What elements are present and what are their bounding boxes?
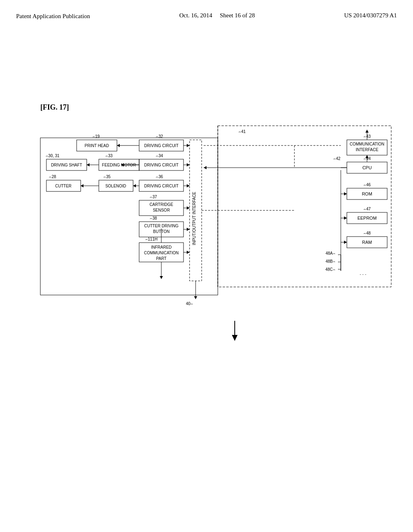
svg-marker-64: [187, 163, 190, 166]
svg-text:⌢33: ⌢33: [105, 154, 113, 158]
page-container: Patent Application Publication Oct. 16, …: [0, 0, 413, 532]
svg-marker-66: [187, 184, 190, 187]
svg-text:⌢32: ⌢32: [156, 134, 163, 139]
patent-number-text: US 2014/0307279 A1: [344, 12, 397, 19]
svg-marker-79: [365, 130, 369, 133]
svg-text:⌢38: ⌢38: [150, 216, 157, 220]
diagram-wrapper: PRINT HEAD ⌢19 DRIVING CIRCUIT ⌢32 DRIVI…: [36, 118, 385, 343]
svg-text:RAM: RAM: [362, 240, 372, 245]
svg-marker-85: [204, 166, 206, 169]
svg-text:ROM: ROM: [362, 191, 372, 196]
svg-text:INFRARED: INFRARED: [151, 245, 171, 249]
pub-title-text: Patent Application Publication: [16, 13, 90, 19]
svg-marker-72: [187, 251, 190, 254]
svg-text:CUTTER: CUTTER: [55, 184, 72, 188]
svg-marker-107: [344, 241, 347, 244]
svg-marker-20: [87, 163, 90, 166]
svg-text:40⌢: 40⌢: [186, 301, 193, 306]
svg-text:DRIVING CIRCUIT: DRIVING CIRCUIT: [144, 143, 179, 148]
svg-text:COMMUNICATION: COMMUNICATION: [350, 142, 384, 146]
page-header: Patent Application Publication Oct. 16, …: [16, 12, 397, 23]
svg-text:⌢47: ⌢47: [363, 207, 371, 211]
svg-text:CPU: CPU: [362, 165, 371, 170]
svg-text:CUTTER DRIVING: CUTTER DRIVING: [144, 224, 179, 228]
svg-marker-105: [344, 216, 347, 220]
svg-marker-9: [117, 144, 120, 147]
svg-text:⌢42: ⌢42: [333, 156, 341, 161]
svg-text:48C⌢: 48C⌢: [325, 267, 336, 272]
svg-text:INTERFACE: INTERFACE: [356, 148, 378, 152]
svg-text:DRIVING SHAFT: DRIVING SHAFT: [51, 163, 82, 167]
svg-text:⌢34: ⌢34: [156, 154, 163, 158]
diagram-svg: PRINT HEAD ⌢19 DRIVING CIRCUIT ⌢32 DRIVI…: [36, 118, 399, 327]
svg-text:⌢28: ⌢28: [49, 175, 56, 179]
svg-text:PRINT HEAD: PRINT HEAD: [85, 143, 109, 148]
figure-label: [FIG. 17]: [40, 103, 397, 112]
svg-text:⌢46: ⌢46: [363, 183, 371, 187]
svg-text:⌢19: ⌢19: [92, 134, 100, 139]
svg-marker-36: [81, 184, 83, 187]
svg-text:. . .: . . .: [360, 270, 367, 276]
svg-text:48A⌢: 48A⌢: [325, 251, 336, 256]
date-text: Oct. 16, 2014: [179, 12, 212, 19]
patent-number: US 2014/0307279 A1: [344, 12, 397, 19]
svg-text:CARTRIDGE: CARTRIDGE: [150, 202, 173, 207]
svg-text:⌢111H: ⌢111H: [145, 237, 158, 241]
svg-text:INPUT/OUTPUT INTERFACE: INPUT/OUTPUT INTERFACE: [192, 191, 196, 245]
svg-marker-118: [232, 335, 238, 341]
svg-text:SENSOR: SENSOR: [153, 208, 170, 212]
svg-text:48B⌢: 48B⌢: [325, 259, 336, 264]
svg-text:⌢36: ⌢36: [156, 175, 163, 179]
svg-text:⌢37: ⌢37: [150, 195, 157, 199]
svg-marker-56: [194, 296, 197, 299]
svg-text:PART: PART: [156, 256, 167, 261]
sheet-text: Sheet 16 of 28: [220, 12, 255, 19]
fig-label-text: [FIG. 17]: [40, 103, 69, 111]
svg-text:⌢35: ⌢35: [103, 175, 111, 179]
svg-text:EEPROM: EEPROM: [357, 216, 377, 220]
svg-marker-68: [187, 206, 190, 210]
svg-text:DRIVING CIRCUIT: DRIVING CIRCUIT: [144, 184, 179, 188]
svg-marker-70: [187, 228, 190, 231]
svg-text:DRIVING CIRCUIT: DRIVING CIRCUIT: [144, 163, 179, 167]
svg-rect-1: [40, 138, 218, 295]
svg-marker-62: [187, 144, 190, 147]
pub-date: Oct. 16, 2014 Sheet 16 of 28: [179, 12, 255, 19]
svg-text:⌢48: ⌢48: [363, 231, 371, 235]
svg-marker-59: [160, 276, 163, 279]
svg-text:SOLENOID: SOLENOID: [105, 184, 126, 188]
svg-text:COMMUNICATION: COMMUNICATION: [144, 251, 179, 255]
svg-text:⌢30, 31: ⌢30, 31: [46, 154, 60, 158]
svg-marker-103: [344, 192, 347, 195]
svg-marker-39: [133, 184, 136, 187]
publication-title: Patent Application Publication: [16, 12, 90, 21]
svg-text:⌢41: ⌢41: [238, 129, 246, 134]
